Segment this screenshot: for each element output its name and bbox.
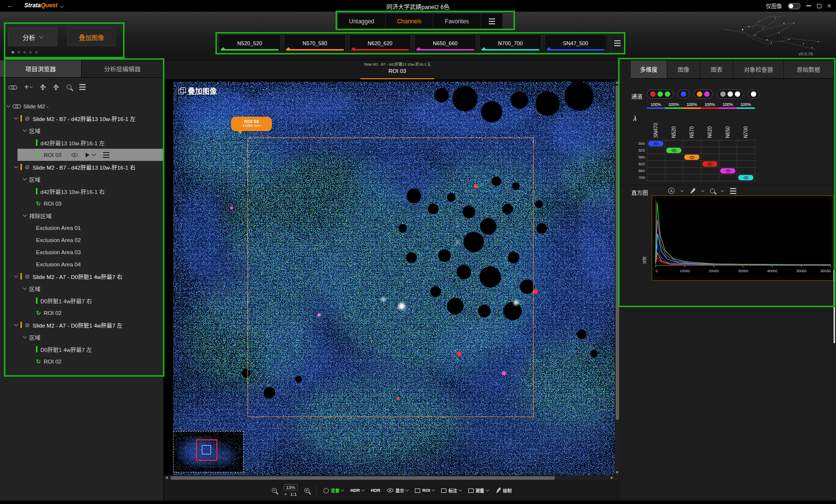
vscroll-thumb[interactable] <box>616 86 619 420</box>
visibility-badge-N570[interactable] <box>684 155 699 160</box>
tree-item[interactable]: Exclusion Area 01 <box>0 222 163 234</box>
tab-channels[interactable]: Channels <box>386 14 433 29</box>
tree-item[interactable]: ↻ROI 02 <box>0 307 163 319</box>
hist-menu-icon[interactable] <box>730 191 736 191</box>
scroll-left-icon[interactable] <box>165 476 168 479</box>
tab-图表[interactable]: 图表 <box>700 60 733 78</box>
channel-button-N570_580[interactable]: N570_580 <box>284 35 346 52</box>
search-icon[interactable] <box>67 85 71 89</box>
channel-button-N620_620[interactable]: N620_620 <box>349 35 411 52</box>
image-only-toggle[interactable] <box>788 3 800 9</box>
channel-dot[interactable] <box>650 91 656 97</box>
zoom-in-button[interactable]: + <box>285 491 287 497</box>
tree-item[interactable]: 区域 <box>0 124 163 137</box>
chevron-down-icon[interactable] <box>23 213 27 217</box>
channel-group[interactable] <box>694 89 713 99</box>
annotate-button[interactable]: 标注 <box>441 487 462 494</box>
measure-button[interactable]: 测量 <box>468 487 489 494</box>
chevron-down-icon[interactable] <box>23 176 27 180</box>
right-edge-scroll-thumb[interactable] <box>834 270 835 343</box>
channel-button-SN47_500[interactable]: SN47_500 <box>545 35 606 52</box>
zoom-controls[interactable]: 13%+1:1 <box>284 484 298 497</box>
page-dot[interactable] <box>12 51 14 53</box>
run-icon[interactable] <box>86 153 89 157</box>
zoom-icon[interactable] <box>710 189 715 193</box>
visibility-badge-SN470[interactable] <box>648 141 663 146</box>
tree-item[interactable]: ⊘Slide M2 - B7 - d42肝最13 10w-肝16-1 右 <box>0 161 163 173</box>
tab-favorites[interactable]: Favorites <box>433 14 481 29</box>
channel-button-N700_700[interactable]: N700_700 <box>480 35 541 52</box>
channel-button-N650_660[interactable]: N650_660 <box>414 35 476 52</box>
tree-item[interactable]: Slide M2 - <box>0 100 163 112</box>
roi-button[interactable]: ROI <box>415 488 434 493</box>
item-menu-icon[interactable] <box>103 155 109 156</box>
tree-item[interactable]: 区域 <box>0 173 163 185</box>
zoom-out-button[interactable] <box>272 488 277 493</box>
histogram-chart[interactable]: 0100002000030000400005000060000 <box>652 195 834 281</box>
tree-item[interactable]: ↻ROI 03 <box>0 197 163 209</box>
channel-dot[interactable] <box>704 91 710 97</box>
chevron-down-icon[interactable] <box>23 334 27 338</box>
scroll-up-icon[interactable] <box>616 81 619 84</box>
tree-item[interactable]: 区域 <box>0 331 163 343</box>
analysis-dropdown-button[interactable]: 分析 <box>8 28 57 46</box>
chevron-down-icon[interactable] <box>14 322 18 326</box>
visibility-badge-N650[interactable] <box>720 168 735 174</box>
tree-item[interactable]: Exclusion Area 04 <box>0 258 163 270</box>
viewer-canvas[interactable]: 叠加图像 ROI 03 4.0450 mm² <box>164 80 615 475</box>
channel-dot[interactable] <box>665 91 670 97</box>
minimize-button[interactable] <box>806 5 811 6</box>
viewer-horizontal-scrollbar[interactable] <box>164 475 615 480</box>
tab-project-browser[interactable]: 项目浏览器 <box>0 60 82 77</box>
viewer-vertical-scrollbar[interactable] <box>615 80 620 475</box>
tree-item[interactable]: Exclusion Area 03 <box>0 246 163 258</box>
channel-dot[interactable] <box>735 91 740 97</box>
scroll-down-icon[interactable] <box>616 471 619 474</box>
auto-scale-icon[interactable]: A <box>668 188 675 194</box>
close-button[interactable]: × <box>827 2 831 9</box>
background-button[interactable]: 背景 <box>323 487 344 494</box>
channel-group[interactable] <box>747 89 760 99</box>
link-icon[interactable] <box>9 85 17 89</box>
tree-item[interactable]: ↻ROI 02 <box>0 355 163 367</box>
tree-item-selected[interactable]: ↻ROI 03 <box>18 149 163 161</box>
page-dot[interactable] <box>35 51 37 53</box>
tree-item[interactable]: ⊘Slide M2 - A7 - D0肝脏1 4w肝最7 右 <box>0 270 163 282</box>
visibility-badge-N700[interactable] <box>738 175 753 180</box>
chevron-down-icon[interactable] <box>23 286 27 290</box>
channel-group[interactable] <box>717 89 744 99</box>
page-dot[interactable] <box>23 51 26 53</box>
tree-item[interactable]: D0肝脏1 4w肝最7 右 <box>0 295 163 307</box>
tree-item[interactable]: D0肝脏1 4w肝最7 左 <box>0 343 163 355</box>
zoom-1to1-button[interactable]: 1:1 <box>290 491 297 497</box>
chevron-down-icon[interactable] <box>14 164 18 168</box>
hdr-2-button[interactable]: HDR <box>371 488 380 493</box>
tabs-menu-button[interactable] <box>481 14 502 29</box>
tab-图像[interactable]: 图像 <box>667 60 700 78</box>
tree-item[interactable]: d42肝最13 10w-肝16-1 左 <box>0 137 163 149</box>
tree-item[interactable]: Exclusion Area 02 <box>0 234 163 246</box>
hdr-1-button[interactable]: HDR <box>350 488 364 493</box>
chevron-down-icon[interactable] <box>14 116 18 120</box>
panel-menu-icon[interactable] <box>79 87 86 87</box>
channel-group[interactable] <box>647 89 674 99</box>
edit-icon[interactable] <box>690 188 695 194</box>
channel-dot[interactable] <box>681 91 686 97</box>
channel-dot[interactable] <box>658 91 663 97</box>
tree-item[interactable]: 区域 <box>0 282 163 295</box>
page-dot[interactable] <box>29 51 32 53</box>
page-dot[interactable] <box>18 51 20 53</box>
viewer-tab[interactable]: Slide M2 - B7 - d42肝最13 10w-肝16-1 左 ROI … <box>357 61 437 79</box>
tab-analysis-layer-editor[interactable]: 分析层编辑器 <box>82 60 163 77</box>
visibility-eye-icon[interactable] <box>71 153 78 157</box>
hscroll-thumb[interactable] <box>171 476 555 480</box>
channel-button-N520_520[interactable]: N520_520 <box>219 35 281 52</box>
chevron-down-icon[interactable] <box>91 152 95 156</box>
tree-item[interactable]: ⊘Slide M2 - A7 - D0肝脏1 4w肝最7 左 <box>0 319 163 331</box>
tab-untagged[interactable]: Untagged <box>338 14 386 29</box>
visibility-badge-N520[interactable] <box>666 148 681 153</box>
minimap[interactable] <box>173 431 244 472</box>
draw-button[interactable]: 绘制 <box>495 487 512 494</box>
tree-item[interactable]: 排除区域 <box>0 209 163 222</box>
tree-item[interactable]: d42肝最13 10w-肝16-1 右 <box>0 185 163 197</box>
